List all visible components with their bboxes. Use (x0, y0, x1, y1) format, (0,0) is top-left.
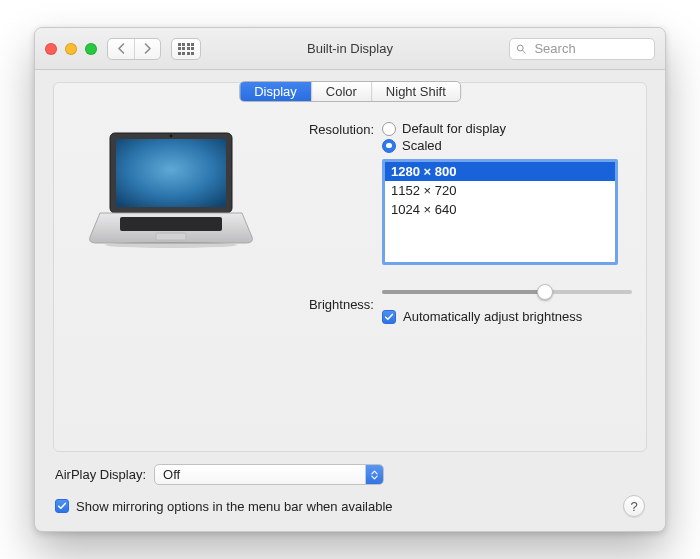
show-mirroring-label: Show mirroring options in the menu bar w… (76, 499, 393, 514)
svg-point-8 (105, 242, 237, 248)
minimize-window-button[interactable] (65, 43, 77, 55)
resolution-label: Resolution: (272, 121, 382, 137)
nav-forward-button[interactable] (134, 39, 160, 59)
resolution-default-radio[interactable]: Default for display (382, 121, 632, 136)
chevron-right-icon (143, 43, 152, 54)
brightness-label: Brightness: (272, 296, 382, 312)
footer: AirPlay Display: Off Show mi (53, 464, 647, 517)
nav-back-forward (107, 38, 161, 60)
grid-icon (178, 43, 195, 55)
resolution-scaled-label: Scaled (402, 138, 442, 153)
content-area: Display Color Night Shift (35, 70, 665, 531)
pane-tabs: Display Color Night Shift (239, 81, 461, 102)
search-field[interactable] (509, 38, 655, 60)
brightness-slider[interactable] (382, 283, 632, 301)
resolution-option[interactable]: 1280 × 800 (385, 162, 615, 181)
zoom-window-button[interactable] (85, 43, 97, 55)
tab-display[interactable]: Display (240, 82, 311, 101)
display-panel: Display Color Night Shift (53, 82, 647, 452)
resolution-listbox[interactable]: 1280 × 800 1152 × 720 1024 × 640 (382, 159, 618, 265)
help-icon: ? (630, 499, 637, 514)
window-controls (45, 43, 97, 55)
close-window-button[interactable] (45, 43, 57, 55)
resolution-option[interactable]: 1024 × 640 (385, 200, 615, 219)
display-preview (86, 129, 256, 249)
airplay-value: Off (163, 467, 180, 482)
svg-line-1 (523, 50, 525, 52)
svg-point-0 (517, 45, 523, 51)
tab-night-shift[interactable]: Night Shift (371, 82, 460, 101)
resolution-option[interactable]: 1152 × 720 (385, 181, 615, 200)
search-icon (516, 43, 526, 55)
airplay-select[interactable]: Off (154, 464, 384, 485)
auto-brightness-label: Automatically adjust brightness (403, 309, 582, 324)
radio-off-icon (382, 122, 396, 136)
help-button[interactable]: ? (623, 495, 645, 517)
show-all-prefs-button[interactable] (171, 38, 201, 60)
laptop-icon (86, 129, 256, 249)
resolution-scaled-radio[interactable]: Scaled (382, 138, 632, 153)
radio-on-icon (382, 139, 396, 153)
checkbox-checked-icon (382, 310, 396, 324)
window-toolbar: Built-in Display (35, 28, 665, 70)
checkbox-checked-icon (55, 499, 69, 513)
display-settings: Resolution: Default for display Scaled (272, 121, 632, 334)
svg-rect-4 (116, 139, 226, 207)
preferences-window: Built-in Display Display Color Night Shi… (34, 27, 666, 532)
svg-rect-7 (156, 233, 186, 240)
nav-back-button[interactable] (108, 39, 134, 59)
select-stepper-icon (365, 465, 383, 484)
search-input[interactable] (532, 40, 648, 57)
chevron-left-icon (117, 43, 126, 54)
auto-brightness-checkbox[interactable]: Automatically adjust brightness (382, 309, 632, 324)
tab-color[interactable]: Color (311, 82, 371, 101)
airplay-label: AirPlay Display: (55, 467, 146, 482)
resolution-default-label: Default for display (402, 121, 506, 136)
show-mirroring-checkbox[interactable]: Show mirroring options in the menu bar w… (55, 499, 393, 514)
svg-point-5 (170, 135, 173, 138)
svg-rect-6 (120, 217, 222, 231)
